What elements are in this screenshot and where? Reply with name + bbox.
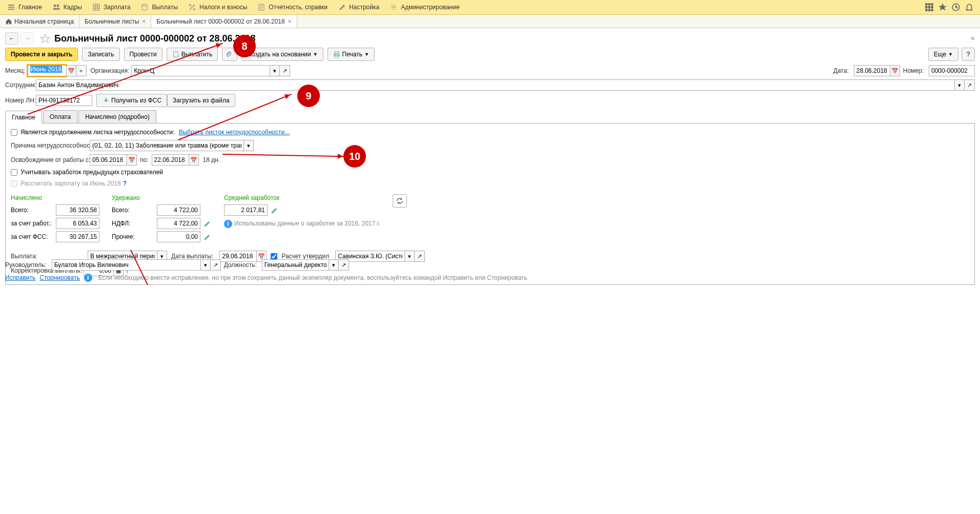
days-label: 18 дн.	[203, 156, 220, 163]
menu-otchet[interactable]: Отчетность, справки	[252, 0, 333, 15]
page-tabs: Начальная страница Больничные листы× Бол…	[0, 15, 980, 28]
open-icon[interactable]: ↗	[211, 259, 221, 271]
more-button[interactable]: Еще▼	[928, 48, 958, 61]
bell-icon[interactable]	[965, 3, 974, 12]
accrued-total[interactable]	[56, 204, 99, 216]
accrued-fss[interactable]	[56, 231, 99, 242]
date-label: Дата:	[833, 67, 849, 74]
annotation-marker-10: 10	[343, 145, 366, 168]
footer: Руководитель: ▾ ↗ Должность: ▾ ↗ Исправи…	[0, 256, 980, 285]
apps-icon[interactable]	[925, 3, 934, 12]
recalc-label: Рассчитать зарплату за Июнь 2018	[21, 180, 121, 187]
doc-tabs: Главное Оплата Начислено (подробно)	[5, 110, 975, 124]
open-icon[interactable]: ↗	[280, 65, 290, 76]
date-input[interactable]	[854, 65, 890, 76]
favorite-toggle[interactable]	[39, 32, 51, 45]
dropdown-icon[interactable]: ▾	[200, 259, 211, 271]
avg-input[interactable]	[224, 204, 268, 216]
date-from-input[interactable]	[90, 154, 127, 166]
is-continuation-label: Является продолжением листка нетрудоспос…	[21, 129, 175, 136]
date-to-input[interactable]	[152, 154, 189, 166]
gear-icon	[390, 3, 398, 11]
save-button[interactable]: Записать	[82, 48, 119, 61]
prev-insurers-checkbox[interactable]	[11, 169, 17, 176]
calendar-icon[interactable]: 📅	[189, 154, 199, 166]
number-input[interactable]	[929, 65, 975, 76]
employee-label: Сотрудник:	[5, 81, 34, 89]
month-label: Месяц:	[5, 67, 26, 74]
svg-rect-16	[931, 9, 933, 11]
month-input[interactable]: Июнь 2018	[28, 65, 66, 76]
dropdown-icon[interactable]: ▾	[243, 140, 254, 151]
star-icon[interactable]	[938, 3, 947, 12]
calendar-icon[interactable]: 📅	[127, 154, 137, 166]
reverse-link[interactable]: Сторнировать	[39, 274, 79, 281]
accrued-employer[interactable]	[56, 218, 99, 229]
recalc-checkbox	[11, 180, 17, 187]
help-icon[interactable]: ?	[123, 180, 127, 187]
people-icon	[52, 3, 60, 11]
menu-main[interactable]: Главное	[2, 0, 47, 15]
menu-nalogi[interactable]: Налоги и взносы	[183, 0, 252, 15]
open-icon[interactable]: ↗	[339, 259, 349, 271]
menu-icon	[7, 3, 15, 11]
tab-start[interactable]: Начальная страница	[0, 15, 79, 28]
tab-calc[interactable]: Начислено (подробно)	[78, 110, 156, 123]
doc-icon	[257, 3, 266, 11]
dropdown-icon[interactable]: ▾	[954, 79, 965, 91]
history-icon[interactable]	[951, 3, 961, 12]
print-button[interactable]: Печать▼	[328, 48, 375, 61]
org-input[interactable]	[131, 65, 270, 76]
head-input[interactable]	[52, 259, 200, 271]
menu-settings[interactable]: Настройка	[333, 0, 384, 15]
menu-vyplaty[interactable]: Выплаты	[135, 0, 183, 15]
withheld-heading: Удержано	[112, 194, 212, 201]
clip-icon	[225, 51, 232, 58]
annotation-marker-9: 9	[297, 85, 320, 107]
svg-point-1	[56, 5, 59, 7]
to-label: по:	[140, 156, 149, 163]
close-icon[interactable]: ×	[288, 18, 292, 25]
tab-main[interactable]: Главное	[5, 111, 42, 124]
calendar-icon[interactable]: 📅	[66, 65, 76, 76]
help-button[interactable]: ?	[962, 48, 975, 61]
position-input[interactable]	[262, 259, 329, 271]
ln-label: Номер ЛН:	[5, 97, 34, 104]
forward-button[interactable]: →	[21, 32, 34, 45]
dropdown-icon[interactable]: ▾	[270, 65, 280, 76]
svg-point-0	[53, 5, 56, 7]
ndfl[interactable]	[157, 218, 200, 229]
calendar-icon[interactable]: 📅	[890, 65, 900, 76]
tab-list[interactable]: Больничные листы×	[79, 15, 151, 28]
edit-icon[interactable]	[271, 206, 279, 214]
reason-input[interactable]	[90, 140, 243, 151]
svg-point-3	[142, 4, 147, 6]
get-fss-button[interactable]: Получить из ФСС	[96, 94, 167, 107]
withheld-total[interactable]	[157, 204, 200, 216]
tab-pay[interactable]: Оплата	[43, 110, 77, 123]
edit-icon[interactable]	[203, 233, 212, 241]
post-close-button[interactable]: Провести и закрыть	[5, 48, 78, 61]
close-doc-button[interactable]: ×	[971, 34, 975, 43]
employee-input[interactable]	[36, 79, 954, 91]
load-file-button[interactable]: Загрузить из файла	[167, 94, 235, 107]
tab-doc[interactable]: Больничный лист 0000-000002 от 28.06.201…	[151, 15, 297, 28]
edit-icon[interactable]	[203, 219, 212, 228]
open-icon[interactable]: ↗	[965, 79, 975, 91]
is-continuation-checkbox[interactable]	[11, 129, 17, 136]
toolbar: Провести и закрыть Записать Провести Вып…	[0, 48, 980, 65]
star-outline-icon	[40, 33, 50, 44]
menu-kadry[interactable]: Кадры	[47, 0, 87, 15]
stepper-icon[interactable]: ÷	[76, 65, 87, 76]
dropdown-icon[interactable]: ▾	[329, 259, 339, 271]
menu-zarplata[interactable]: Зарплата	[87, 0, 136, 15]
fix-link[interactable]: Исправить	[5, 274, 35, 281]
svg-rect-12	[928, 6, 931, 9]
post-button[interactable]: Провести	[124, 48, 162, 61]
close-icon[interactable]: ×	[142, 18, 146, 25]
refresh-button[interactable]	[393, 194, 407, 208]
other[interactable]	[157, 231, 200, 242]
menu-admin[interactable]: Администрирование	[384, 0, 464, 15]
back-button[interactable]: ←	[5, 32, 18, 45]
org-label: Организация:	[91, 67, 130, 74]
